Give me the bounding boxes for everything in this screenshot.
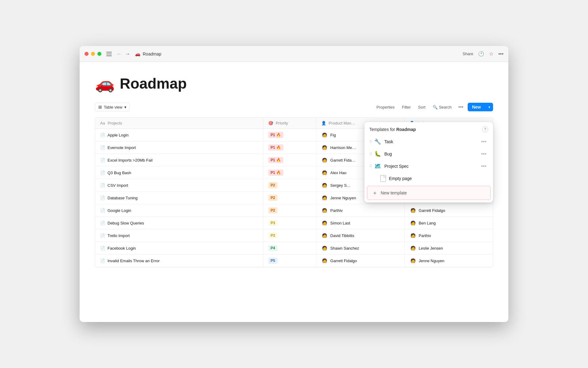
template-item-task[interactable]: ⠿ 🔧 Task •••: [364, 136, 493, 148]
pm-name: Simon Last: [330, 221, 350, 225]
more-icon[interactable]: •••: [498, 51, 503, 57]
main-content: 🚗 Roadmap ⊞ Table view ▾ Properties Filt…: [80, 62, 508, 322]
search-button[interactable]: 🔍 Search: [430, 103, 454, 111]
row-icon: 📄: [100, 183, 105, 188]
pm-cell: 🧑Garrett Fidalgo: [321, 257, 399, 264]
templates-page-name: Roadmap: [396, 127, 416, 132]
col-header-priority[interactable]: 🎯 Priority: [263, 118, 316, 129]
avatar: 🧑: [321, 182, 328, 189]
assignee-name: Parthiv: [419, 233, 431, 238]
row-name: Evernote Import: [107, 145, 136, 150]
row-name: CSV Import: [107, 183, 128, 188]
templates-dropdown: Templates for Roadmap ? ⠿ 🔧 Task ••• ⠿ 🐛…: [364, 122, 493, 202]
bug-template-label: Bug: [384, 151, 479, 156]
row-name: Google Login: [107, 208, 131, 213]
project-spec-more-icon[interactable]: •••: [479, 163, 488, 170]
table-row[interactable]: 📄Trello ImportP3🧑David Tibbitts🧑Parthiv: [95, 229, 493, 242]
share-button[interactable]: Share: [462, 52, 473, 56]
assignee-name: Garrett Fidalgo: [419, 208, 445, 213]
assignee-cell: 🧑Leslie Jensen: [409, 245, 488, 251]
priority-badge: P2: [268, 207, 278, 213]
template-item-bug[interactable]: ⠿ 🐛 Bug •••: [364, 148, 493, 160]
pm-cell: 🧑David Tibbitts: [321, 232, 399, 239]
row-name: Database Tuning: [107, 196, 138, 200]
new-template-label: New template: [381, 190, 407, 195]
table-row[interactable]: 📄Invalid Emails Throw an ErrorP5🧑Garrett…: [95, 255, 493, 267]
assignee-cell: 🧑Parthiv: [409, 232, 488, 239]
priority-badge: P5: [268, 258, 278, 264]
row-icon: 📄: [100, 221, 105, 225]
priority-badge: P1 🔥: [268, 144, 283, 151]
row-name: Facebook Login: [107, 246, 136, 251]
new-btn-caret-icon[interactable]: ▾: [485, 105, 493, 109]
pm-cell: 🧑Shawn Sanchez: [321, 245, 399, 251]
templates-header: Templates for Roadmap ?: [364, 122, 493, 136]
avatar: 🧑: [409, 220, 416, 226]
maximize-button[interactable]: [97, 52, 101, 56]
assignee-name: Leslie Jensen: [419, 246, 443, 251]
template-item-empty-page[interactable]: Empty page: [364, 172, 493, 185]
pm-name: David Tibbitts: [330, 233, 354, 238]
properties-button[interactable]: Properties: [374, 103, 397, 111]
drag-handle-icon: ⠿: [369, 140, 372, 144]
task-more-icon[interactable]: •••: [479, 138, 488, 145]
avatar: 🧑: [321, 132, 328, 138]
priority-badge: P1 🔥: [268, 132, 283, 138]
row-name: Trello Import: [107, 233, 130, 238]
row-name: Q3 Bug Bash: [107, 171, 131, 175]
menu-icon[interactable]: [106, 52, 112, 56]
assignee-name: Ben Lang: [419, 221, 436, 225]
bug-more-icon[interactable]: •••: [479, 151, 488, 157]
view-toggle-button[interactable]: ⊞ Table view ▾: [95, 103, 130, 111]
priority-badge: P4: [268, 245, 278, 251]
heading-icon: 🚗: [95, 74, 115, 93]
avatar: 🧑: [321, 207, 328, 214]
templates-help-button[interactable]: ?: [482, 126, 488, 132]
close-button[interactable]: [85, 52, 89, 56]
pm-name: Harrison Me…: [330, 145, 356, 150]
row-icon: 📄: [100, 233, 105, 238]
forward-button[interactable]: →: [124, 51, 131, 57]
pm-cell: 🧑Simon Last: [321, 220, 399, 226]
col-header-projects-label: Projects: [108, 121, 122, 125]
pm-name: Jenne Nguyen: [330, 196, 356, 200]
template-item-project-spec[interactable]: ⠿ 🗺️ Project Spec •••: [364, 160, 493, 172]
project-spec-template-icon: 🗺️: [374, 163, 381, 170]
table-row[interactable]: 📄Google LoginP2🧑Parthiv🧑Garrett Fidalgo: [95, 204, 493, 217]
assignee-name: Jenne Nguyen: [419, 259, 444, 263]
search-label: Search: [439, 105, 451, 109]
row-name: Apple Login: [107, 133, 129, 137]
avatar: 🧑: [321, 245, 328, 251]
table-row[interactable]: 📄Facebook LoginP4🧑Shawn Sanchez🧑Leslie J…: [95, 242, 493, 255]
toolbar-more-icon[interactable]: •••: [456, 103, 465, 111]
filter-button[interactable]: Filter: [399, 103, 413, 111]
star-icon[interactable]: ☆: [489, 51, 493, 57]
new-template-row[interactable]: ＋ New template: [367, 186, 491, 200]
avatar: 🧑: [409, 257, 416, 264]
avatar: 🧑: [321, 157, 328, 163]
task-template-icon: 🔧: [374, 138, 381, 145]
pm-name: Sergey S…: [330, 183, 351, 188]
back-button[interactable]: ←: [115, 51, 123, 57]
table-row[interactable]: 📄Debug Slow QueriesP3🧑Simon Last🧑Ben Lan…: [95, 217, 493, 229]
toolbar: ⊞ Table view ▾ Properties Filter Sort 🔍 …: [95, 103, 493, 111]
pm-cell: 🧑Parthiv: [321, 207, 399, 214]
row-icon: 📄: [100, 133, 105, 137]
empty-page-label: Empty page: [389, 176, 488, 181]
assignee-cell: 🧑Garrett Fidalgo: [409, 207, 488, 214]
new-button-label: New: [468, 105, 485, 109]
pm-col-icon: 👤: [321, 121, 326, 125]
new-button[interactable]: New ▾: [468, 103, 493, 111]
avatar: 🧑: [321, 144, 328, 151]
assignee-cell: 🧑Ben Lang: [409, 220, 488, 226]
sort-button[interactable]: Sort: [416, 103, 428, 111]
minimize-button[interactable]: [91, 52, 95, 56]
page-icon: 🚗: [135, 52, 140, 56]
table-view-icon: ⊞: [98, 105, 102, 109]
row-name: Invalid Emails Throw an Error: [107, 259, 160, 263]
nav-arrows: ← →: [115, 51, 131, 57]
col-header-projects[interactable]: Aa Projects: [95, 118, 263, 129]
history-icon[interactable]: 🕐: [478, 51, 484, 57]
avatar: 🧑: [321, 232, 328, 239]
avatar: 🧑: [409, 207, 416, 214]
